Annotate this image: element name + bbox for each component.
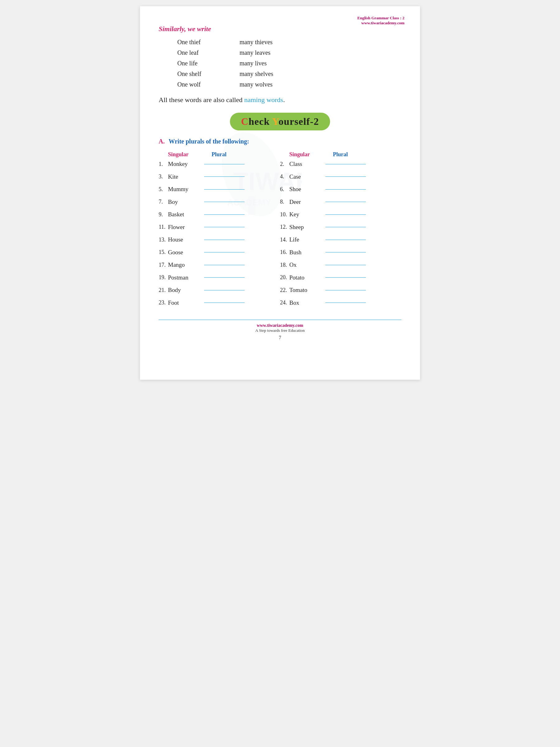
- class-title: English Grammar Class : 2: [357, 16, 404, 21]
- item-num-24: 24.: [280, 299, 289, 307]
- naming-words-line: All these words are also called naming w…: [159, 96, 401, 104]
- item-num-16: 16.: [280, 248, 289, 256]
- similarly-title: Similarly, we write: [159, 25, 401, 33]
- item-num-17: 17.: [159, 261, 168, 269]
- page: English Grammar Class : 2 www.tiwariacad…: [140, 6, 420, 380]
- answer-line-11[interactable]: [204, 227, 244, 227]
- section-a-title: A. Write plurals of the following:: [159, 138, 401, 145]
- answer-line-5[interactable]: [204, 189, 244, 189]
- naming-words-prefix: All these words are also called: [159, 96, 244, 104]
- right-item-6: 6. Shoe: [280, 185, 401, 194]
- right-item-2: 2. Class: [280, 160, 401, 169]
- item-word-16: Bush: [289, 248, 324, 257]
- item-num-11: 11.: [159, 223, 168, 231]
- right-item-14: 14. Life: [280, 235, 401, 244]
- item-num-18: 18.: [280, 261, 289, 269]
- item-word-14: Life: [289, 235, 324, 244]
- col-left-headers: Singular Plural: [159, 151, 280, 158]
- answer-line-17[interactable]: [204, 265, 244, 265]
- item-word-24: Box: [289, 299, 324, 308]
- answer-line-12[interactable]: [325, 227, 366, 227]
- exercise-row-21-22: 21. Body 22. Tomato: [159, 286, 401, 295]
- item-num-4: 4.: [280, 173, 289, 181]
- word-pair-2: One leaf many leaves: [177, 47, 401, 58]
- item-num-20: 20.: [280, 273, 289, 282]
- item-num-23: 23.: [159, 299, 168, 307]
- item-word-10: Key: [289, 210, 324, 219]
- answer-line-3[interactable]: [204, 177, 244, 177]
- answer-line-20[interactable]: [325, 277, 366, 278]
- col-right-headers: Singular Plural: [280, 151, 401, 158]
- item-word-3: Kite: [168, 173, 202, 181]
- item-word-12: Sheep: [289, 223, 324, 232]
- answer-line-6[interactable]: [325, 189, 366, 189]
- item-word-15: Goose: [168, 248, 202, 257]
- exercise-row-5-6: 5. Mummy 6. Shoe: [159, 185, 401, 194]
- footer: www.tiwariacademy.com A Step towards fre…: [159, 320, 401, 340]
- singular-3: One life: [177, 58, 240, 69]
- answer-line-14[interactable]: [325, 240, 366, 240]
- answer-line-1[interactable]: [204, 164, 244, 164]
- item-word-1: Monkey: [168, 160, 202, 169]
- item-num-5: 5.: [159, 185, 168, 194]
- item-num-21: 21.: [159, 286, 168, 294]
- exercise-row-9-10: 9. Basket 10. Key: [159, 210, 401, 219]
- plural-2: many leaves: [240, 47, 270, 58]
- exercise-rows: 1. Monkey 2. Class 3. Kite 4.: [159, 160, 401, 307]
- right-item-16: 16. Bush: [280, 248, 401, 257]
- answer-line-22[interactable]: [325, 290, 366, 290]
- item-num-9: 9.: [159, 210, 168, 219]
- answer-line-24[interactable]: [325, 303, 366, 303]
- c-letter: C: [241, 116, 248, 127]
- exercise-row-13-14: 13. House 14. Life: [159, 235, 401, 244]
- answer-line-23[interactable]: [204, 303, 244, 303]
- item-num-7: 7.: [159, 198, 168, 206]
- plural-1: many thieves: [240, 37, 272, 47]
- answer-line-21[interactable]: [204, 290, 244, 290]
- footer-website: www.tiwariacademy.com: [159, 323, 401, 328]
- plural-3: many lives: [240, 58, 267, 69]
- col-plural-header-left: Plural: [212, 151, 280, 158]
- answer-line-8[interactable]: [325, 202, 366, 202]
- item-num-6: 6.: [280, 185, 289, 194]
- left-item-21: 21. Body: [159, 286, 280, 295]
- answer-line-10[interactable]: [325, 214, 366, 215]
- word-pair-5: One wolf many wolves: [177, 79, 401, 89]
- singular-4: One shelf: [177, 69, 240, 79]
- answer-line-19[interactable]: [204, 277, 244, 278]
- plural-4: many shelves: [240, 69, 273, 79]
- exercise-row-7-8: 7. Boy 8. Deer: [159, 198, 401, 207]
- left-item-23: 23. Foot: [159, 299, 280, 308]
- answer-line-7[interactable]: [204, 202, 244, 202]
- right-item-8: 8. Deer: [280, 198, 401, 207]
- answer-line-13[interactable]: [204, 240, 244, 240]
- item-num-3: 3.: [159, 173, 168, 181]
- item-word-11: Flower: [168, 223, 202, 232]
- right-item-22: 22. Tomato: [280, 286, 401, 295]
- answer-line-2[interactable]: [325, 164, 366, 164]
- singular-1: One thief: [177, 37, 240, 47]
- col-singular-header-right: Singular: [289, 151, 333, 158]
- section-a-instruction: Write plurals of the following:: [169, 138, 249, 145]
- exercise-row-19-20: 19. Postman 20. Potato: [159, 273, 401, 282]
- item-word-7: Boy: [168, 198, 202, 207]
- section-a-letter: A.: [159, 138, 165, 145]
- left-item-7: 7. Boy: [159, 198, 280, 207]
- left-item-19: 19. Postman: [159, 273, 280, 282]
- item-word-5: Mummy: [168, 185, 202, 194]
- left-item-9: 9. Basket: [159, 210, 280, 219]
- answer-line-9[interactable]: [204, 214, 244, 215]
- answer-line-4[interactable]: [325, 177, 366, 177]
- item-num-12: 12.: [280, 223, 289, 231]
- right-item-10: 10. Key: [280, 210, 401, 219]
- singular-5: One wolf: [177, 79, 240, 89]
- left-item-1: 1. Monkey: [159, 160, 280, 169]
- answer-line-18[interactable]: [325, 265, 366, 265]
- col-singular-header-left: Singular: [168, 151, 212, 158]
- item-num-10: 10.: [280, 210, 289, 219]
- item-num-2: 2.: [280, 160, 289, 169]
- item-word-22: Tomato: [289, 286, 324, 295]
- left-item-15: 15. Goose: [159, 248, 280, 257]
- word-pair-3: One life many lives: [177, 58, 401, 69]
- plural-5: many wolves: [240, 79, 272, 89]
